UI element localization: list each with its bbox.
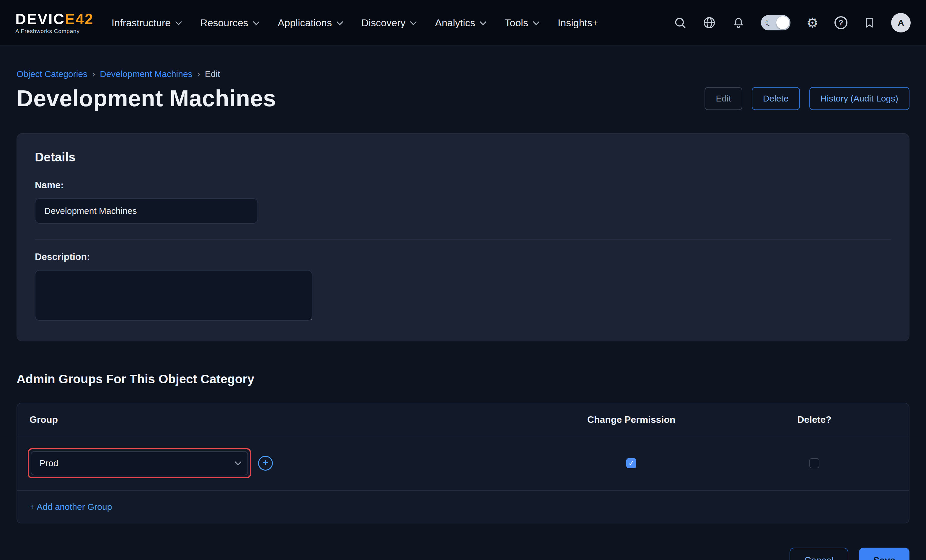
name-input[interactable] bbox=[35, 198, 258, 223]
menu-resources[interactable]: Resources bbox=[200, 17, 258, 29]
column-header-group: Group bbox=[17, 414, 543, 425]
theme-toggle[interactable]: ☾ bbox=[761, 15, 790, 30]
menu-applications[interactable]: Applications bbox=[278, 17, 341, 29]
top-navbar: DEVICE42 A Freshworks Company Infrastruc… bbox=[0, 0, 926, 46]
menu-label: Applications bbox=[278, 17, 332, 29]
add-row: + Add another Group bbox=[17, 491, 909, 523]
description-textarea[interactable] bbox=[35, 270, 312, 321]
help-icon[interactable]: ? bbox=[834, 16, 847, 29]
add-group-plus-icon[interactable]: + bbox=[258, 456, 273, 471]
globe-icon[interactable] bbox=[702, 16, 716, 30]
notifications-bell-icon[interactable] bbox=[732, 16, 745, 29]
delete-checkbox[interactable]: ✓ bbox=[809, 458, 819, 468]
page-header: Development Machines Edit Delete History… bbox=[17, 85, 909, 112]
description-label: Description: bbox=[35, 251, 891, 262]
toggle-knob bbox=[776, 16, 789, 29]
delete-button[interactable]: Delete bbox=[752, 87, 800, 110]
table-header-row: Group Change Permission Delete? bbox=[17, 403, 909, 436]
page-title: Development Machines bbox=[17, 85, 276, 112]
header-actions: Edit Delete History (Audit Logs) bbox=[705, 87, 909, 110]
chevron-down-icon bbox=[235, 459, 242, 465]
group-select[interactable]: Prod bbox=[31, 451, 248, 475]
menu-insights[interactable]: Insights+ bbox=[558, 17, 598, 29]
breadcrumb-separator: › bbox=[197, 69, 200, 79]
column-header-delete: Delete? bbox=[720, 414, 909, 425]
chevron-down-icon bbox=[253, 18, 260, 26]
menu-discovery[interactable]: Discovery bbox=[362, 17, 415, 29]
chevron-down-icon bbox=[336, 18, 343, 26]
moon-icon: ☾ bbox=[765, 18, 772, 28]
group-cell: Prod + bbox=[17, 448, 543, 478]
menu-label: Insights+ bbox=[558, 17, 598, 29]
menu-label: Tools bbox=[505, 17, 528, 29]
search-icon[interactable] bbox=[673, 16, 687, 29]
card-divider bbox=[35, 239, 891, 240]
cancel-button[interactable]: Cancel bbox=[790, 548, 849, 560]
chevron-down-icon bbox=[480, 18, 487, 26]
highlight-annotation: Prod bbox=[28, 448, 251, 478]
menu-label: Resources bbox=[200, 17, 248, 29]
breadcrumb-object-categories[interactable]: Object Categories bbox=[17, 69, 88, 79]
breadcrumb-current: Edit bbox=[205, 69, 220, 79]
add-another-group-link[interactable]: + Add another Group bbox=[30, 502, 112, 512]
footer-actions: Cancel Save bbox=[17, 548, 909, 560]
settings-gear-icon[interactable]: ⚙ bbox=[806, 16, 819, 30]
navbar-right-icons: ☾ ⚙ ? A bbox=[673, 13, 911, 32]
page-content: Object Categories › Development Machines… bbox=[0, 69, 926, 560]
admin-groups-heading: Admin Groups For This Object Category bbox=[17, 372, 909, 386]
details-card: Details Name: Description: bbox=[17, 133, 909, 341]
menu-infrastructure[interactable]: Infrastructure bbox=[112, 17, 180, 29]
main-menu: Infrastructure Resources Applications Di… bbox=[112, 17, 598, 29]
breadcrumb-separator: › bbox=[92, 69, 95, 79]
user-avatar[interactable]: A bbox=[891, 13, 911, 32]
save-button[interactable]: Save bbox=[859, 548, 909, 560]
table-row: Prod + ✓ ✓ bbox=[17, 436, 909, 491]
brand-text: DEVICE42 bbox=[15, 11, 94, 27]
history-audit-logs-button[interactable]: History (Audit Logs) bbox=[809, 87, 909, 110]
edit-button[interactable]: Edit bbox=[705, 87, 742, 110]
device42-logo[interactable]: DEVICE42 A Freshworks Company bbox=[15, 12, 94, 34]
menu-analytics[interactable]: Analytics bbox=[435, 17, 484, 29]
menu-label: Discovery bbox=[362, 17, 406, 29]
menu-tools[interactable]: Tools bbox=[505, 17, 537, 29]
menu-label: Analytics bbox=[435, 17, 475, 29]
change-permission-checkbox[interactable]: ✓ bbox=[626, 458, 636, 468]
group-select-value: Prod bbox=[39, 458, 58, 468]
bookmark-icon[interactable] bbox=[863, 16, 875, 29]
menu-label: Infrastructure bbox=[112, 17, 171, 29]
admin-groups-table: Group Change Permission Delete? Prod + ✓… bbox=[17, 403, 909, 524]
breadcrumb-development-machines[interactable]: Development Machines bbox=[100, 69, 192, 79]
column-header-change-permission: Change Permission bbox=[543, 414, 720, 425]
chevron-down-icon bbox=[410, 18, 417, 26]
breadcrumb: Object Categories › Development Machines… bbox=[17, 69, 909, 79]
details-heading: Details bbox=[35, 150, 891, 165]
chevron-down-icon bbox=[533, 18, 540, 26]
name-label: Name: bbox=[35, 180, 891, 190]
chevron-down-icon bbox=[176, 18, 182, 26]
brand-tagline: A Freshworks Company bbox=[15, 28, 94, 34]
